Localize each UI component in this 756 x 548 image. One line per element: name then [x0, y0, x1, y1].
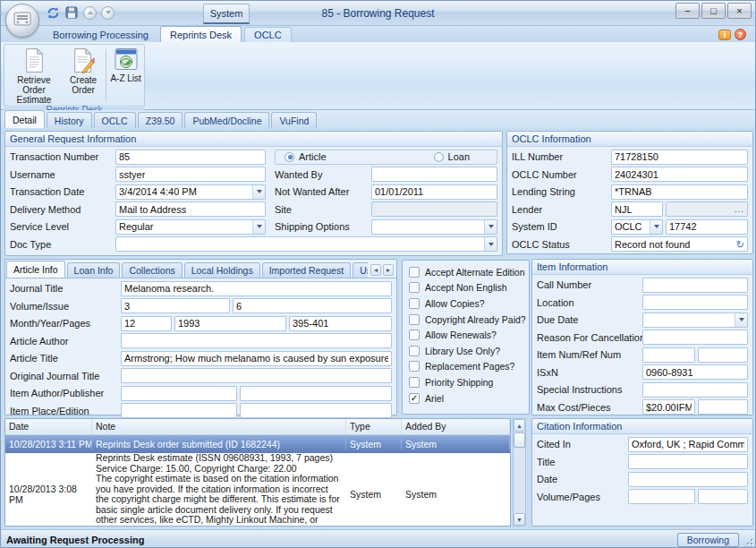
create-order-button[interactable]: Create Order — [63, 47, 104, 95]
tab-scroll-right-icon[interactable]: ▸ — [383, 264, 394, 276]
refresh-icon[interactable] — [46, 5, 60, 20]
system-context-tab[interactable]: System — [203, 4, 250, 24]
tab-local-holdings[interactable]: Local Holdings — [184, 262, 260, 278]
delivery-method-field[interactable]: Mail to Address — [115, 201, 266, 217]
journal-title-field[interactable]: Melanoma research. — [121, 281, 392, 296]
location-field[interactable] — [642, 295, 748, 310]
transaction-date-field[interactable]: 3/4/2014 4:40 PM — [115, 184, 266, 200]
special-instructions-field[interactable] — [642, 382, 748, 398]
tab-collections[interactable]: Collections — [122, 262, 182, 278]
oclc-number-field[interactable]: 24024301 — [611, 167, 748, 182]
ribbon-tab-borrowing-processing[interactable]: Borrowing Processing — [44, 27, 157, 42]
dropdown-arrow-icon[interactable] — [252, 185, 265, 199]
mode-badge[interactable]: Borrowing — [677, 533, 739, 547]
volume-field[interactable]: 3 — [121, 298, 230, 313]
dropdown-arrow-icon[interactable] — [484, 237, 497, 251]
tab-vufind[interactable]: VuFind — [271, 112, 317, 128]
item-place-field[interactable] — [121, 403, 237, 418]
checkbox-row[interactable]: Allow Renewals? — [403, 327, 529, 343]
username-field[interactable]: sstyer — [115, 167, 266, 182]
scrollbar-thumb[interactable] — [514, 432, 525, 448]
doc-type-field[interactable] — [115, 236, 497, 252]
wanted-by-field[interactable] — [371, 167, 497, 182]
month-field[interactable]: 12 — [121, 316, 172, 331]
lending-string-field[interactable]: *TRNAB — [611, 184, 748, 200]
checkbox-row[interactable]: Allow Copies? — [403, 295, 529, 312]
system-id-select[interactable]: OCLC — [611, 219, 663, 235]
tab-loan-info[interactable]: Loan Info — [67, 262, 121, 278]
route-down-icon[interactable] — [101, 6, 115, 20]
column-header-note[interactable]: Note — [92, 419, 346, 434]
max-cost-field[interactable]: $20.00IFM — [642, 399, 695, 415]
isxn-field[interactable]: 0960-8931 — [642, 364, 748, 380]
tab-article-info[interactable]: Article Info — [6, 261, 65, 278]
ill-number-field[interactable]: 71728150 — [611, 150, 748, 165]
note-row[interactable]: 10/28/2013 3:08 PM Reprints Desk estimat… — [5, 453, 510, 527]
service-level-field[interactable]: Regular — [115, 219, 266, 235]
tab-history[interactable]: History — [47, 112, 92, 128]
replacement-pages-checkbox[interactable] — [409, 361, 420, 372]
close-button[interactable]: × — [727, 3, 752, 19]
checkbox-row[interactable]: Accept Alternate Edition — [403, 264, 529, 280]
not-wanted-after-field[interactable]: 01/01/2011 — [371, 184, 497, 200]
item-edition-field[interactable] — [240, 403, 392, 418]
lender-field[interactable]: NJL — [611, 201, 663, 217]
pages-field[interactable]: 395-401 — [289, 316, 392, 331]
application-menu-button[interactable] — [5, 4, 39, 38]
accept-non-english-checkbox[interactable] — [409, 282, 420, 293]
save-icon[interactable] — [64, 5, 79, 20]
tab-pubmed-docline[interactable]: PubMed/Docline — [184, 112, 269, 128]
scroll-up-icon[interactable]: ▲ — [514, 419, 525, 432]
shipping-options-field[interactable] — [371, 219, 497, 235]
transaction-number-field[interactable]: 85 — [115, 150, 266, 165]
citation-date-field[interactable] — [628, 472, 748, 487]
system-id-value-field[interactable]: 17742 — [666, 219, 748, 235]
checkbox-row[interactable]: Priority Shipping — [403, 374, 529, 390]
column-header-date[interactable]: Date — [5, 419, 92, 434]
library-use-only-checkbox[interactable] — [409, 346, 420, 356]
tab-z3950[interactable]: Z39.50 — [138, 112, 183, 128]
reason-for-cancellation-field[interactable] — [642, 330, 748, 345]
a-z-list-button[interactable]: A-Z List — [108, 47, 143, 83]
tab-oclc[interactable]: OCLC — [94, 112, 136, 128]
resize-grip[interactable] — [743, 538, 753, 548]
note-row-selected[interactable]: 10/28/2013 3:11 PM Reprints Desk order s… — [5, 435, 510, 453]
item-publisher-field[interactable] — [240, 386, 392, 401]
tab-scroll-left-icon[interactable]: ◂ — [370, 264, 381, 276]
pieces-field[interactable] — [698, 399, 748, 415]
due-date-field[interactable] — [642, 313, 748, 328]
dropdown-arrow-icon[interactable] — [484, 220, 497, 234]
column-header-added-by[interactable]: Added By — [402, 419, 510, 434]
ref-num-field[interactable] — [698, 347, 748, 363]
tab-detail[interactable]: Detail — [4, 110, 45, 128]
priority-shipping-checkbox[interactable] — [409, 377, 420, 388]
allow-copies-checkbox[interactable] — [409, 298, 420, 309]
ariel-checkbox[interactable]: ✓ — [409, 393, 420, 404]
maximize-button[interactable]: □ — [701, 3, 726, 19]
ribbon-tab-reprints-desk[interactable]: Reprints Desk — [160, 26, 242, 42]
year-field[interactable]: 1993 — [174, 316, 286, 331]
dropdown-arrow-icon[interactable] — [735, 313, 747, 327]
tab-imported-request[interactable]: Imported Request — [262, 262, 351, 278]
article-title-field[interactable]: Armstrong; How much melanamo is caused b… — [121, 351, 392, 366]
tab-user[interactable]: User — [353, 262, 368, 278]
article-author-field[interactable] — [121, 333, 392, 348]
ribbon-tab-oclc[interactable]: OCLC — [244, 27, 292, 42]
allow-renewals-checkbox[interactable] — [409, 330, 420, 340]
item-num-field[interactable] — [642, 347, 695, 363]
article-radio[interactable] — [285, 152, 294, 162]
notes-scrollbar[interactable]: ▲ ▼ — [513, 418, 526, 527]
lender-browse-field[interactable]: ... — [666, 201, 748, 217]
issue-field[interactable]: 6 — [233, 298, 392, 313]
checkbox-row[interactable]: Copyright Already Paid? — [403, 312, 529, 328]
minimize-button[interactable]: − — [675, 3, 700, 19]
feedback-balloon-icon[interactable]: i — [718, 30, 731, 40]
call-number-field[interactable] — [642, 278, 748, 293]
citation-title-field[interactable] — [628, 454, 748, 469]
dropdown-arrow-icon[interactable] — [650, 220, 662, 234]
column-header-type[interactable]: Type — [346, 419, 402, 434]
item-author-field[interactable] — [121, 386, 237, 401]
checkbox-row[interactable]: ✓Ariel — [403, 390, 529, 407]
scroll-down-icon[interactable]: ▼ — [514, 513, 525, 526]
help-icon[interactable]: ? — [735, 29, 746, 40]
